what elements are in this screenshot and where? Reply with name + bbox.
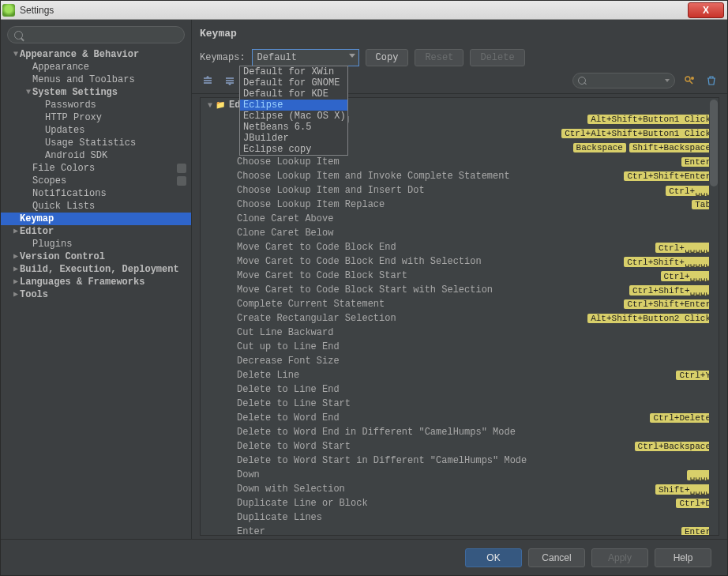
action-name: Delete to Line Start [237,398,714,409]
keymap-option[interactable]: Eclipse [240,100,347,111]
keymaps-dropdown-list[interactable]: Default for XWinDefault for GNOMEDefault… [239,66,348,156]
expand-all-icon[interactable] [200,73,216,88]
sidebar-item-keymap[interactable]: Keymap [1,213,191,225]
keymap-search-input[interactable] [572,73,675,88]
shortcut-badge: Ctrl+Shift+␣␣␣␣␣ [624,257,714,267]
sidebar-item-languages-frameworks[interactable]: ▶Languages & Frameworks [1,276,191,288]
shortcut-badge: Ctrl+Delete [650,413,714,423]
sidebar-item-appearance[interactable]: Appearance [1,61,191,73]
keymap-action-row[interactable]: Move Caret to Code Block EndCtrl+␣␣␣␣␣ [201,240,719,254]
keymap-option[interactable]: Eclipse (Mac OS X) [240,111,347,122]
keymap-action-list[interactable]: ▼📁Editor Actionsion on Mouse DragAlt+Shi… [200,97,719,536]
keymap-action-row[interactable]: Cut Line Backward [201,326,719,340]
action-name: Create Rectangular Selection [237,313,584,324]
keymap-action-row[interactable]: Down with SelectionShift+␣␣␣␣ [201,482,719,496]
shortcut-badge: Alt+Shift+Button1 Click [587,115,714,124]
collapse-all-icon[interactable] [222,73,238,88]
sidebar-item-build-execution-deployment[interactable]: ▶Build, Execution, Deployment [1,263,191,276]
keymap-action-row[interactable]: Move Caret to Code Block End with Select… [201,254,719,269]
shortcut-badge: Ctrl+Y [676,371,714,380]
tree-arrow-icon: ▶ [12,288,20,301]
tree-arrow-icon: ▶ [12,276,20,288]
sidebar-item-scopes[interactable]: Scopes [1,175,191,187]
sidebar-item-tools[interactable]: ▶Tools [1,288,191,301]
keymap-action-row[interactable]: Choose Lookup ItemEnter [201,155,719,169]
sidebar-item-label: File Colors [32,162,95,175]
reset-button[interactable]: Reset [415,49,463,66]
keymap-action-row[interactable]: Move Caret to Code Block StartCtrl+␣␣␣␣ [201,269,719,283]
keymap-action-row[interactable]: Delete to Line End [201,382,719,397]
keymap-option[interactable]: Default for XWin [240,66,347,77]
keymap-action-row[interactable]: Delete to Line Start [201,397,719,411]
sidebar-item-system-settings[interactable]: ▼System Settings [1,86,191,99]
sidebar-item-http-proxy[interactable]: HTTP Proxy [1,111,191,124]
keymap-option[interactable]: NetBeans 6.5 [240,122,347,133]
keymap-action-row[interactable]: Clone Caret Above [201,212,719,226]
keymap-action-row[interactable]: Complete Current StatementCtrl+Shift+Ent… [201,297,719,311]
sidebar-item-plugins[interactable]: Plugins [1,238,191,250]
keymap-option[interactable]: Default for KDE [240,88,347,100]
scrollbar[interactable] [709,98,719,535]
apply-button[interactable]: Apply [591,548,648,567]
sidebar-item-quick-lists[interactable]: Quick Lists [1,200,191,213]
action-name: Delete to Word Start [237,441,632,452]
sidebar-item-usage-statistics[interactable]: Usage Statistics [1,137,191,149]
cancel-button[interactable]: Cancel [528,548,585,567]
keymap-action-row[interactable]: Clone Caret Below [201,226,719,240]
shortcut-badge: Ctrl+D [676,499,714,508]
keymap-option[interactable]: JBuilder [240,133,347,144]
keymap-action-row[interactable]: Delete to Word End in Different "CamelHu… [201,425,719,439]
action-name: Clone Caret Above [237,213,714,224]
keymaps-combo[interactable]: Default [252,49,359,66]
trash-icon[interactable] [704,73,719,88]
keymap-action-row[interactable]: EnterEnter [201,525,719,536]
sidebar-item-label: Build, Execution, Deployment [20,263,179,276]
keymap-action-row[interactable]: Choose Lookup Item and Invoke Complete S… [201,169,719,183]
keymap-action-row[interactable]: Choose Lookup Item and Insert DotCtrl+␣␣… [201,183,719,198]
window-close-button[interactable]: X [688,2,724,18]
sidebar-item-menus-and-toolbars[interactable]: Menus and Toolbars [1,73,191,86]
shortcut-badge: Ctrl+Shift+Enter [624,171,714,181]
shortcut-badge: Shift+Backspace [629,143,714,152]
action-name: Delete Line [237,370,673,381]
page-title: Keymap [200,28,719,40]
help-button[interactable]: Help [655,548,711,567]
tree-arrow-icon: ▼ [205,101,215,110]
keymap-action-row[interactable]: Move Caret to Code Block Start with Sele… [201,283,719,297]
keymap-action-row[interactable]: Delete to Word StartCtrl+Backspace [201,439,719,454]
copy-button[interactable]: Copy [366,49,409,66]
keymap-action-row[interactable]: Duplicate Lines [201,510,719,525]
action-name: Move Caret to Code Block End with Select… [237,256,621,267]
keymap-action-row[interactable]: Duplicate Line or BlockCtrl+D [201,496,719,510]
keymap-option[interactable]: Eclipse copy [240,144,347,155]
find-by-shortcut-icon[interactable] [681,73,697,88]
sidebar-item-android-sdk[interactable]: Android SDK [1,149,191,162]
sidebar-item-passwords[interactable]: Passwords [1,99,191,111]
keymap-action-row[interactable]: Down␣␣␣␣ [201,468,719,482]
shortcut-badge: Alt+Shift+Button2 Click [587,314,714,323]
scope-tag-icon [177,176,186,186]
keymap-action-row[interactable]: Delete LineCtrl+Y [201,368,719,382]
sidebar-item-label: Keymap [20,213,54,225]
keymap-action-row[interactable]: Delete to Word EndCtrl+Delete [201,411,719,425]
scrollbar-thumb[interactable] [710,100,718,186]
sidebar-item-editor[interactable]: ▶Editor [1,225,191,238]
keymap-action-row[interactable]: Choose Lookup Item ReplaceTab [201,198,719,212]
sidebar-item-notifications[interactable]: Notifications [1,187,191,200]
keymap-action-row[interactable]: Decrease Font Size [201,354,719,368]
sidebar-item-file-colors[interactable]: File Colors [1,162,191,175]
keymap-action-row[interactable]: Create Rectangular SelectionAlt+Shift+Bu… [201,311,719,326]
settings-tree[interactable]: ▼Appearance & BehaviorAppearanceMenus an… [1,48,191,539]
keymap-option[interactable]: Default for GNOME [240,77,347,88]
keymap-action-row[interactable]: Cut up to Line End [201,340,719,354]
keymap-action-row[interactable]: Delete to Word Start in Different "Camel… [201,454,719,468]
sidebar-search-input[interactable] [7,26,185,43]
sidebar-item-updates[interactable]: Updates [1,124,191,137]
ok-button[interactable]: OK [465,548,522,567]
delete-button[interactable]: Delete [470,49,524,66]
svg-point-1 [691,77,694,80]
shortcut-badge: Ctrl+Alt+Shift+Button1 Click [561,129,714,138]
sidebar-item-appearance-behavior[interactable]: ▼Appearance & Behavior [1,48,191,61]
dialog-footer: OK Cancel Apply Help [1,539,727,575]
sidebar-item-version-control[interactable]: ▶Version Control [1,250,191,263]
